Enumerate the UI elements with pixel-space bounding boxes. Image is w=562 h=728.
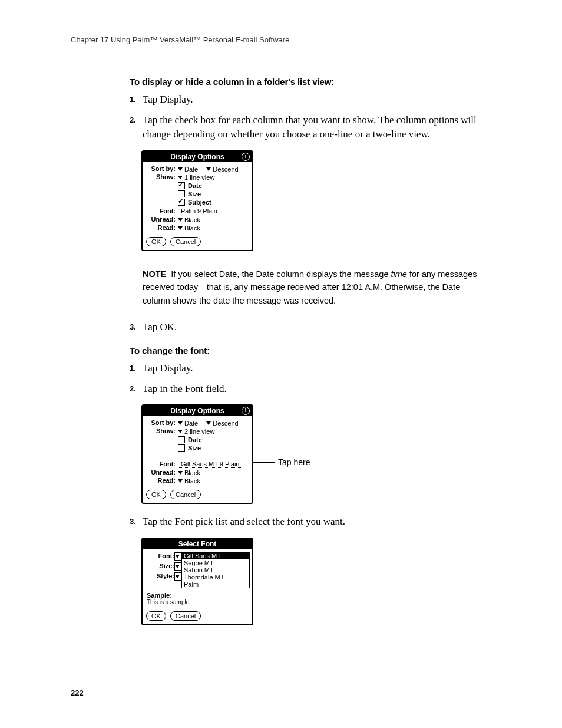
checkbox-subject-row[interactable]: Subject xyxy=(178,199,249,206)
dialog-buttons: OK Cancel xyxy=(143,609,252,624)
chevron-down-icon xyxy=(178,226,183,230)
checkbox-size-row[interactable]: Size xyxy=(178,444,249,452)
steps-list-1b: 3. Tap OK. xyxy=(130,320,486,335)
step-2: 2. Tap the check box for each column tha… xyxy=(130,113,486,142)
checkbox-size-row[interactable]: Size xyxy=(178,190,249,197)
checkbox-date-label: Date xyxy=(188,182,202,189)
chevron-down-icon xyxy=(178,479,183,483)
heading-display-hide-column: To display or hide a column in a folder'… xyxy=(130,77,486,87)
checkbox-date[interactable] xyxy=(178,182,185,189)
cancel-button[interactable]: Cancel xyxy=(170,490,201,499)
chevron-down-icon xyxy=(175,575,180,578)
checkbox-subject-label: Subject xyxy=(188,199,211,206)
sf-font-label: Font: xyxy=(158,552,174,559)
dialog-body: Font: Size: Style: xyxy=(143,549,252,605)
cancel-button[interactable]: Cancel xyxy=(170,237,201,246)
sample-label: Sample: xyxy=(145,592,250,599)
chevron-down-icon xyxy=(178,430,183,433)
dialog-buttons: OK Cancel xyxy=(143,487,252,503)
step-text: Tap Display. xyxy=(143,93,486,107)
sort-by-value: Date xyxy=(184,166,198,173)
note-italic: time xyxy=(391,269,407,279)
chevron-down-icon xyxy=(178,167,183,171)
page: Chapter 17 Using Palm™ VersaMail™ Person… xyxy=(0,0,562,728)
unread-dropdown[interactable]: Black xyxy=(178,469,200,476)
font-option[interactable]: Sabon MT xyxy=(182,566,249,574)
chevron-down-icon xyxy=(175,555,180,558)
dialog-title: Select Font xyxy=(143,539,252,549)
step-number: 1. xyxy=(130,93,143,107)
sort-order-dropdown[interactable]: Descend xyxy=(206,420,238,427)
font-label: Font: xyxy=(146,207,178,215)
checkbox-date-label: Date xyxy=(188,436,202,443)
dialog-title-text: Display Options xyxy=(170,407,224,415)
size-dropdown-trigger[interactable] xyxy=(174,562,181,571)
sample-text: This is a sample. xyxy=(145,599,250,605)
style-dropdown-trigger[interactable] xyxy=(174,572,181,581)
font-dropdown-trigger[interactable] xyxy=(174,552,181,561)
select-font-dialog: Select Font Font: Size: xyxy=(141,538,253,625)
font-picklist[interactable]: Gill Sans MT Segoe MT Sabon MT Thorndale… xyxy=(181,552,250,588)
step-number: 1. xyxy=(130,361,143,376)
sort-by-value: Date xyxy=(184,420,198,427)
show-label: Show: xyxy=(146,427,178,434)
step-text: Tap in the Font field. xyxy=(143,382,486,397)
step-2: 2. Tap in the Font field. xyxy=(130,382,486,397)
dialog-title-text: Display Options xyxy=(170,153,224,161)
show-dropdown[interactable]: 2 line view xyxy=(178,428,214,435)
info-icon[interactable]: i xyxy=(242,407,250,415)
step-3: 3. Tap OK. xyxy=(130,320,486,335)
font-option[interactable]: Segoe MT xyxy=(182,559,249,566)
sort-by-dropdown[interactable]: Date xyxy=(178,420,198,427)
show-value: 2 line view xyxy=(184,428,214,435)
checkbox-size-label: Size xyxy=(188,444,201,452)
step-3: 3. Tap the Font pick list and select the… xyxy=(130,515,486,529)
font-option[interactable]: Thorndale MT xyxy=(182,574,249,581)
info-icon[interactable]: i xyxy=(242,153,250,161)
page-number: 222 xyxy=(71,686,497,697)
read-dropdown[interactable]: Black xyxy=(178,477,200,485)
display-options-dialog-1: Display Options i Sort by: Date Descend … xyxy=(141,150,253,251)
checkbox-date[interactable] xyxy=(178,436,185,443)
font-field[interactable]: Palm 9 Plain xyxy=(178,207,220,215)
ok-button[interactable]: OK xyxy=(146,611,166,621)
running-header: Chapter 17 Using Palm™ VersaMail™ Person… xyxy=(71,35,497,48)
step-text: Tap the check box for each column that y… xyxy=(143,113,486,142)
chevron-down-icon xyxy=(206,421,211,425)
step-number: 2. xyxy=(130,382,143,397)
unread-dropdown[interactable]: Black xyxy=(178,216,200,223)
cancel-button[interactable]: Cancel xyxy=(170,611,201,621)
font-field[interactable]: Gill Sans MT 9 Plain xyxy=(178,460,242,468)
sort-order-dropdown[interactable]: Descend xyxy=(206,166,238,173)
content-area: To display or hide a column in a folder'… xyxy=(130,77,486,625)
read-dropdown[interactable]: Black xyxy=(178,225,200,232)
checkbox-subject[interactable] xyxy=(178,199,185,206)
checkbox-date-row[interactable]: Date xyxy=(178,182,249,189)
heading-change-font: To change the font: xyxy=(130,345,486,355)
callout-line xyxy=(253,462,275,463)
chevron-down-icon xyxy=(178,471,183,475)
dialog-body: Sort by: Date Descend Show: 2 line view … xyxy=(143,416,252,487)
step-text: Tap OK. xyxy=(143,320,486,335)
callout-text: Tap here xyxy=(278,457,310,467)
dialog3-wrap: Select Font Font: Size: xyxy=(141,538,486,625)
font-option-selected[interactable]: Gill Sans MT xyxy=(182,552,249,559)
step-number: 3. xyxy=(130,320,143,335)
step-1: 1. Tap Display. xyxy=(130,93,486,107)
note-label: NOTE xyxy=(143,269,166,279)
font-option[interactable]: Palm xyxy=(182,581,249,588)
display-options-dialog-2: Display Options i Sort by: Date Descend … xyxy=(141,404,253,504)
unread-label: Unread: xyxy=(146,469,178,476)
step-text: Tap Display. xyxy=(143,361,486,376)
checkbox-size[interactable] xyxy=(178,444,185,452)
sort-by-dropdown[interactable]: Date xyxy=(178,166,198,173)
chevron-down-icon xyxy=(175,565,180,568)
step-1: 1. Tap Display. xyxy=(130,361,486,376)
checkbox-date-row[interactable]: Date xyxy=(178,436,249,443)
ok-button[interactable]: OK xyxy=(146,490,166,499)
note-text-pre: If you select Date, the Date column disp… xyxy=(171,269,391,279)
dialog1-wrap: Display Options i Sort by: Date Descend … xyxy=(141,150,486,251)
chevron-down-icon xyxy=(178,176,183,179)
steps-list-1: 1. Tap Display. 2. Tap the check box for… xyxy=(130,93,486,142)
ok-button[interactable]: OK xyxy=(146,237,166,246)
